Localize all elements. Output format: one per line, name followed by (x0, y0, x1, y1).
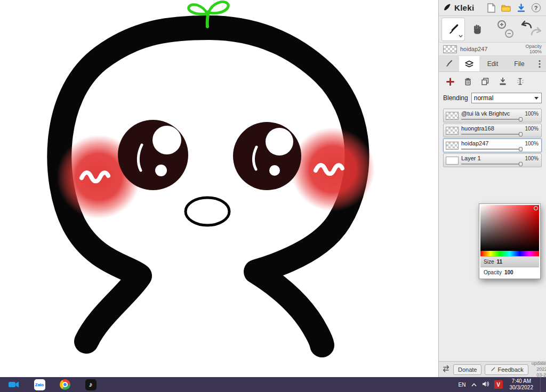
layer-thumbnail (446, 127, 459, 135)
layer-action-buttons (443, 76, 542, 87)
mouth (186, 198, 229, 225)
download-icon[interactable] (515, 2, 527, 14)
plus-icon (446, 78, 454, 86)
layer-opacity-slider[interactable] (461, 164, 522, 165)
layer-opacity-value: 100% (525, 139, 539, 146)
layer-thumbnail (446, 112, 459, 120)
redo-icon (532, 28, 541, 35)
panel-footer: Donate Feedback updated 2022-03-28 (439, 361, 546, 377)
layer-item-selected[interactable]: hoidap247 100% (443, 138, 542, 152)
layer-list: @tui là vk Brightvc 100% huongtra168 100… (443, 109, 542, 167)
brush-icon (447, 23, 459, 35)
sprout-leaf-left (189, 5, 207, 14)
eye-right (233, 122, 301, 190)
layer-item[interactable]: @tui là vk Brightvc 100% (443, 109, 542, 123)
tab-edit[interactable]: Edit (479, 56, 506, 71)
rename-layer-button[interactable] (513, 76, 527, 87)
updated-note: updated 2022-03-28 (532, 361, 546, 378)
tool-row (439, 16, 546, 43)
color-picker-panel: Size 11 Opacity 100 (479, 204, 540, 279)
layer-name: Layer 1 (461, 155, 522, 161)
merge-down-icon (499, 77, 507, 86)
color-selector-marker (534, 206, 538, 210)
layer-opacity-slider[interactable] (461, 134, 522, 135)
help-icon[interactable]: ? (530, 2, 542, 14)
pencil-icon (489, 366, 495, 372)
rename-icon (516, 77, 525, 86)
blending-label: Blending (443, 94, 468, 102)
layer-thumbnail (446, 157, 459, 165)
language-indicator[interactable]: EN (459, 382, 466, 388)
trash-icon (464, 77, 472, 86)
tray-chevron-up-icon[interactable] (471, 380, 477, 389)
swap-arrows-icon[interactable] (442, 365, 450, 374)
current-layer-thumbnail (443, 45, 457, 53)
tab-file[interactable]: File (506, 56, 533, 71)
eye-left (118, 120, 188, 190)
delete-layer-button[interactable] (461, 76, 475, 87)
app-title: Kleki (454, 3, 474, 12)
size-value: 11 (496, 259, 502, 265)
add-layer-button[interactable] (443, 76, 457, 87)
tab-layers[interactable] (459, 56, 479, 71)
drawing-canvas[interactable] (0, 0, 438, 377)
layer-opacity-slider[interactable] (461, 149, 522, 150)
show-desktop-button[interactable] (540, 377, 543, 392)
brush-size-slider[interactable]: Size 11 (480, 256, 539, 267)
current-layer-name: hoidap247 (460, 46, 522, 52)
taskbar-clock[interactable]: 7:40 AM 30/3/2022 (508, 378, 536, 391)
tab-brush[interactable] (439, 56, 459, 71)
app-window: Kleki ? (0, 0, 546, 377)
history-buttons[interactable] (519, 19, 543, 40)
duplicate-icon (481, 77, 489, 86)
taskbar-apps: Zalo ♪ (7, 378, 97, 391)
tiktok-app-icon[interactable]: ♪ (84, 378, 97, 391)
zoom-in-icon (498, 21, 505, 28)
kleki-logo-icon (443, 3, 451, 13)
hue-slider[interactable] (480, 251, 539, 256)
zalo-app-icon[interactable]: Zalo (33, 378, 46, 391)
camera-app-icon[interactable] (7, 378, 20, 391)
hand-icon (471, 23, 483, 35)
brush-tool-button[interactable] (442, 18, 464, 40)
layer-opacity-value: 100% (525, 124, 539, 132)
feedback-button[interactable]: Feedback (485, 364, 528, 375)
volume-icon[interactable] (482, 380, 489, 389)
blending-select[interactable]: normal (471, 93, 542, 103)
layer-item[interactable]: Layer 1 100% (443, 153, 542, 167)
panel-tabs: Edit File (439, 56, 546, 72)
system-tray: EN V 7:40 AM 30/3/2022 (459, 377, 546, 392)
layer-name: hoidap247 (461, 140, 522, 146)
chrome-app-icon[interactable] (59, 378, 71, 391)
current-layer-strip: hoidap247 Opacity 100% (439, 43, 546, 56)
size-label: Size (484, 259, 494, 265)
layers-panel: Blending normal @tui là vk Brightvc 100%… (439, 72, 546, 167)
blending-row: Blending normal (443, 93, 542, 103)
chevron-down-icon (459, 32, 463, 39)
hand-tool-button[interactable] (467, 18, 489, 40)
opacity-label: Opacity (484, 270, 502, 275)
brush-opacity-slider[interactable]: Opacity 100 (480, 267, 539, 277)
layer-name: @tui là vk Brightvc (461, 110, 522, 117)
brush-tab-icon (445, 60, 453, 68)
windows-taskbar: Zalo ♪ EN V 7:40 AM 30/3/2022 (0, 377, 546, 392)
layer-opacity-slider[interactable] (461, 119, 522, 120)
tool-panel: Kleki ? (438, 0, 546, 377)
layer-opacity-value: 100% (525, 154, 539, 161)
kebab-menu-icon[interactable] (533, 56, 546, 71)
saturation-value-square[interactable] (480, 205, 539, 251)
undo-icon (522, 21, 531, 28)
opacity-value: 100 (504, 270, 513, 275)
unikey-icon[interactable]: V (494, 380, 503, 389)
layer-opacity-value: 100% (525, 109, 539, 117)
merge-layer-button[interactable] (496, 76, 510, 87)
duplicate-layer-button[interactable] (478, 76, 492, 87)
layer-thumbnail (446, 142, 459, 150)
donate-button[interactable]: Donate (453, 364, 481, 375)
panel-header: Kleki ? (439, 0, 546, 16)
layer-item[interactable]: huongtra168 100% (443, 124, 542, 137)
layer-name: huongtra168 (461, 125, 522, 132)
open-folder-icon[interactable] (500, 2, 512, 14)
zoom-buttons[interactable] (495, 19, 516, 40)
new-file-icon[interactable] (485, 2, 497, 14)
